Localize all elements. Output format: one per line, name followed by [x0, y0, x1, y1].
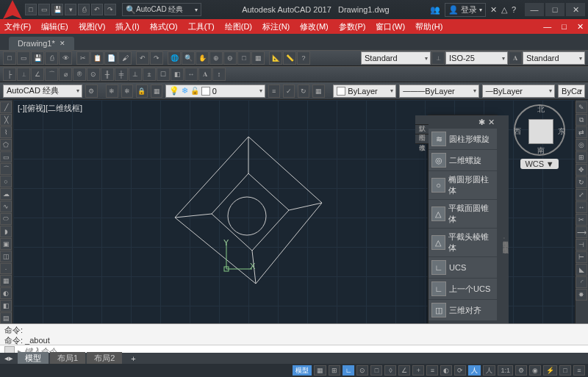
tool-icon[interactable]: ↷	[150, 51, 163, 65]
osnap-toggle-icon[interactable]: □	[370, 365, 382, 376]
tool-icon[interactable]: ⊙	[87, 68, 100, 81]
tool-icon[interactable]: ╪	[115, 68, 128, 81]
move-icon[interactable]: ✥	[576, 164, 587, 176]
trim-icon[interactable]: ✂	[576, 214, 587, 226]
tool-icon[interactable]: ®	[73, 68, 86, 81]
dimstyle-dropdown[interactable]: Standard	[361, 51, 431, 65]
snap-toggle-icon[interactable]: ⊞	[329, 365, 340, 376]
palette-item[interactable]: ≋圆柱形螺旋	[429, 129, 497, 150]
palette-options-icon[interactable]: ✱	[478, 118, 485, 127]
infocenter-icon[interactable]: 👥	[430, 5, 440, 15]
tool-palette[interactable]: 默认 绘图 修改 ✱ ✕ ≋圆柱形螺旋 ◎二维螺旋 ○椭圆形圆柱体 △平截面圆锥…	[428, 115, 498, 335]
hwaccel-icon[interactable]: ⚡	[543, 365, 557, 376]
gradient-icon[interactable]: ◐	[0, 287, 12, 299]
tool-icon[interactable]: 📐	[269, 51, 282, 65]
ortho-toggle-icon[interactable]: ∟	[343, 365, 355, 376]
qat-undo-icon[interactable]: ↶	[91, 4, 103, 15]
insert-icon[interactable]: ▣	[0, 238, 12, 250]
scale-icon[interactable]: ⤢	[576, 189, 587, 201]
plotstyle-dropdown[interactable]: ByCa	[558, 85, 585, 98]
polar-toggle-icon[interactable]: ⊙	[356, 365, 368, 376]
layer-icon[interactable]: 🔒	[136, 85, 148, 98]
menu-insert[interactable]: 插入(I)	[115, 21, 139, 32]
palette-item[interactable]: △平截头棱锥体	[429, 229, 497, 257]
rect-icon[interactable]: ▭	[0, 151, 12, 163]
fillet-icon[interactable]: ◜	[576, 276, 587, 288]
qat-print-icon[interactable]: ⎙	[78, 4, 90, 15]
xline-icon[interactable]: ╳	[0, 114, 12, 126]
tool-icon[interactable]: 👁	[59, 51, 72, 65]
textstyle-dropdown[interactable]: Standard	[523, 51, 585, 65]
workspace-dropdown[interactable]: AutoCAD 经典	[3, 85, 82, 98]
gear-icon[interactable]: ⚙	[515, 365, 527, 376]
layout-tab-model[interactable]: 模型	[18, 352, 49, 365]
tool-icon[interactable]: ⌒	[45, 68, 58, 81]
stretch-icon[interactable]: ↔	[576, 201, 587, 213]
tool-icon[interactable]: 📄	[104, 51, 118, 65]
palette-item[interactable]: ∟UCS	[429, 257, 497, 279]
menu-file[interactable]: 文件(F)	[4, 21, 31, 32]
doc-minimize-icon[interactable]: —	[543, 22, 551, 31]
login-button[interactable]: 👤 登录 ▾	[445, 3, 486, 17]
grid-toggle-icon[interactable]: ▦	[314, 365, 326, 376]
tool-icon[interactable]: 𝐀	[198, 68, 212, 81]
document-tab[interactable]: Drawing1*✕	[9, 37, 74, 50]
tool-icon[interactable]: ∠	[31, 68, 44, 81]
tool-icon[interactable]: ╫	[101, 68, 114, 81]
menu-dimension[interactable]: 标注(N)	[262, 21, 290, 32]
tool-icon[interactable]: □	[3, 51, 16, 65]
tool-icon[interactable]: ✋	[196, 51, 209, 65]
palette-close-icon[interactable]: ✕	[488, 118, 495, 127]
explode-icon[interactable]: ✸	[576, 289, 587, 301]
menu-draw[interactable]: 绘图(D)	[225, 21, 252, 32]
circle-icon[interactable]: ○	[0, 176, 12, 187]
doc-restore-icon[interactable]: □	[562, 22, 567, 31]
tool-icon[interactable]: ?	[297, 51, 310, 65]
pline-icon[interactable]: ⌇	[0, 126, 12, 138]
line-icon[interactable]: ╱	[0, 101, 12, 113]
palette-item[interactable]: ∟上一个UCS	[429, 279, 497, 300]
linetype-dropdown[interactable]: ——— ByLayer	[399, 85, 478, 98]
lineweight-dropdown[interactable]: — ByLayer	[482, 85, 555, 98]
array-icon[interactable]: ⊞	[576, 151, 587, 163]
menu-param[interactable]: 参数(P)	[339, 21, 366, 32]
layout-tab[interactable]: 布局1	[50, 352, 85, 365]
tool-icon[interactable]: ↻	[298, 85, 309, 98]
menu-view[interactable]: 视图(V)	[79, 21, 106, 32]
tool-icon[interactable]: 💾	[31, 51, 44, 65]
hatch-icon[interactable]: ▦	[0, 275, 12, 287]
tool-icon[interactable]: 𝐀	[509, 51, 522, 65]
help-icon[interactable]: ?	[512, 5, 516, 14]
tabs-prev-icon[interactable]: ◂▸	[4, 353, 13, 363]
tool-icon[interactable]: ↕	[212, 68, 226, 81]
ellipsearc-icon[interactable]: ◗	[0, 226, 12, 237]
command-window[interactable]: 命令: 命令: _about ▸	[0, 323, 588, 353]
scale-button[interactable]: 1:1	[498, 365, 513, 376]
tool-icon[interactable]: ▦	[312, 85, 324, 98]
qat-open-icon[interactable]: ▭	[38, 4, 50, 15]
block-icon[interactable]: ◫	[0, 251, 12, 262]
mirror-icon[interactable]: ⇄	[576, 126, 587, 138]
tool-icon[interactable]: ⊕	[209, 51, 223, 65]
workspace-input[interactable]	[136, 6, 195, 14]
palette-tab[interactable]: 修改	[415, 134, 429, 144]
compass[interactable]: 北 南 东 西	[514, 104, 565, 156]
tool-icon[interactable]: ≡	[268, 85, 280, 98]
tool-icon[interactable]: 🖌	[118, 51, 132, 65]
qat-new-icon[interactable]: □	[25, 4, 37, 15]
layout-tab-add[interactable]: +	[123, 353, 143, 364]
layer-dropdown[interactable]: 💡 ❄ 🔓 0	[165, 85, 265, 98]
chamfer-icon[interactable]: ◣	[576, 264, 587, 276]
menu-modify[interactable]: 修改(M)	[300, 21, 329, 32]
viewport-label[interactable]: [-][俯视][二维线框]	[18, 103, 82, 114]
close-icon[interactable]: ✕	[60, 40, 65, 47]
maximize-button[interactable]: □	[545, 3, 564, 16]
tool-icon[interactable]: ⎙	[45, 51, 58, 65]
ellipse-icon[interactable]: ⬭	[0, 213, 12, 225]
tool-icon[interactable]: 📋	[90, 51, 104, 65]
tool-icon[interactable]: ↔	[184, 68, 198, 81]
menu-help[interactable]: 帮助(H)	[415, 21, 442, 32]
palette-item[interactable]: ◫三维对齐	[429, 300, 497, 321]
palette-item[interactable]: ○椭圆形圆柱体	[429, 171, 497, 200]
qat-saveas-icon[interactable]: ▾	[65, 4, 76, 15]
